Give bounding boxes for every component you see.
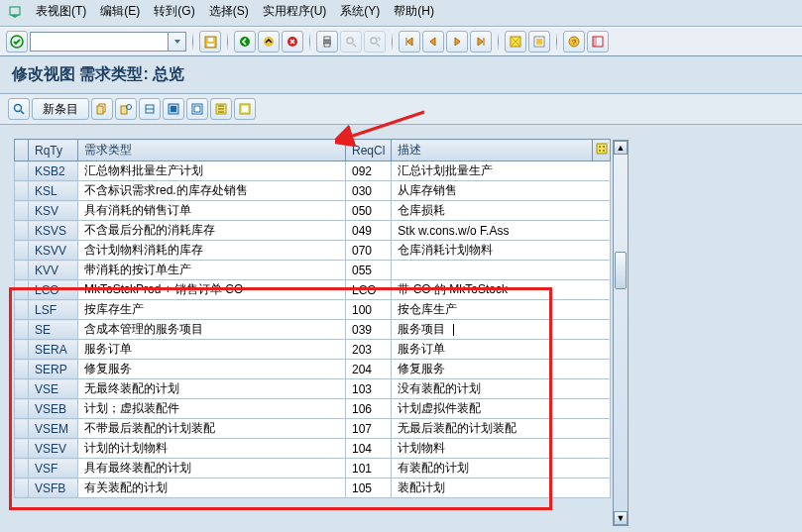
- row-selector[interactable]: [15, 439, 29, 459]
- scroll-thumb[interactable]: [615, 252, 627, 289]
- row-selector[interactable]: [15, 241, 29, 261]
- enter-button[interactable]: [6, 31, 28, 53]
- cell-rqtype[interactable]: 具有消耗的销售订单: [78, 201, 346, 221]
- cell-rqtype[interactable]: 计划；虚拟装配件: [78, 399, 346, 419]
- copy-button[interactable]: [91, 98, 113, 120]
- cell-desc[interactable]: 服务订单: [392, 340, 611, 360]
- new-entries-button[interactable]: 新条目: [32, 98, 89, 120]
- select-all-header[interactable]: [15, 140, 29, 161]
- row-selector[interactable]: [15, 280, 29, 300]
- command-field[interactable]: [30, 32, 169, 52]
- delete-button[interactable]: [139, 98, 161, 120]
- table-row[interactable]: KSB2汇总物料批量生产计划092汇总计划批量生产: [15, 161, 611, 181]
- up-button[interactable]: [258, 31, 280, 53]
- cell-rqty[interactable]: VSEM: [29, 419, 78, 439]
- prev-page-button[interactable]: [422, 31, 444, 53]
- find-next-button[interactable]: [364, 31, 386, 53]
- select-all-button[interactable]: [163, 98, 184, 120]
- help-button[interactable]: ?: [563, 31, 585, 53]
- cell-reqcl[interactable]: 107: [346, 419, 392, 439]
- menu-goto[interactable]: 转到(G): [154, 3, 194, 20]
- back-button[interactable]: [234, 31, 256, 53]
- cell-rqty[interactable]: KSL: [29, 181, 78, 201]
- cell-reqcl[interactable]: 104: [346, 439, 392, 459]
- cell-reqcl[interactable]: LCO: [346, 280, 392, 300]
- cell-desc[interactable]: 仓库损耗: [392, 201, 611, 221]
- bc-button[interactable]: [210, 98, 232, 120]
- menu-utilities[interactable]: 实用程序(U): [263, 3, 327, 20]
- table-row[interactable]: VSEV计划的计划物料104计划物料: [15, 439, 611, 459]
- table-row[interactable]: KSVS不含最后分配的消耗库存049Stk w.cons.w/o F.Ass: [15, 221, 611, 241]
- cell-desc[interactable]: 带 CO 的 MkToStock: [392, 280, 611, 300]
- cell-reqcl[interactable]: 100: [346, 300, 392, 320]
- cell-desc[interactable]: Stk w.cons.w/o F.Ass: [392, 221, 611, 241]
- table-settings-button[interactable]: [593, 140, 611, 161]
- cell-desc[interactable]: 按仓库生产: [392, 300, 611, 320]
- cell-rqty[interactable]: KSV: [29, 201, 78, 221]
- column-desc[interactable]: 描述: [392, 140, 593, 161]
- cell-desc[interactable]: 有装配的计划: [392, 459, 611, 479]
- cancel-button[interactable]: [282, 31, 303, 53]
- next-page-button[interactable]: [446, 31, 468, 53]
- cell-rqtype[interactable]: 具有最终装配的计划: [78, 459, 346, 479]
- cell-desc[interactable]: 从库存销售: [392, 181, 611, 201]
- cell-rqtype[interactable]: 按库存生产: [78, 300, 346, 320]
- cell-rqtype[interactable]: 服务订单: [78, 340, 346, 360]
- table-row[interactable]: SERP修复服务204修复服务: [15, 360, 611, 379]
- cell-rqty[interactable]: VSEB: [29, 399, 78, 419]
- cell-rqty[interactable]: SE: [29, 320, 78, 340]
- table-row[interactable]: LCOMkToStckProd + 销售订单 COLCO带 CO 的 MkToS…: [15, 280, 611, 300]
- cell-rqty[interactable]: KVV: [29, 261, 78, 280]
- column-rqty[interactable]: RqTy: [29, 140, 78, 161]
- cell-desc[interactable]: 汇总计划批量生产: [392, 161, 611, 181]
- row-selector[interactable]: [15, 399, 29, 419]
- find-button[interactable]: [340, 31, 362, 53]
- menu-help[interactable]: 帮助(H): [394, 3, 434, 20]
- table-row[interactable]: KSL不含标识需求red.的库存处销售030从库存销售: [15, 181, 611, 201]
- row-selector[interactable]: [15, 479, 29, 498]
- cell-rqtype[interactable]: 有关装配的计划: [78, 479, 346, 498]
- create-session-button[interactable]: [505, 31, 526, 53]
- row-selector[interactable]: [15, 320, 29, 340]
- row-selector[interactable]: [15, 221, 29, 241]
- scroll-up-button[interactable]: ▲: [614, 141, 628, 155]
- deselect-all-button[interactable]: [186, 98, 208, 120]
- cell-rqty[interactable]: VSE: [29, 379, 78, 399]
- cell-rqtype[interactable]: 不含标识需求red.的库存处销售: [78, 181, 346, 201]
- cell-rqty[interactable]: KSVV: [29, 241, 78, 261]
- cell-desc[interactable]: 无最后装配的计划装配: [392, 419, 611, 439]
- cell-desc[interactable]: 服务项目: [392, 320, 611, 340]
- cell-reqcl[interactable]: 055: [346, 261, 392, 280]
- print-app-button[interactable]: [234, 98, 256, 120]
- cell-rqtype[interactable]: 修复服务: [78, 360, 346, 379]
- cell-desc[interactable]: [392, 261, 611, 280]
- row-selector[interactable]: [15, 379, 29, 399]
- cell-reqcl[interactable]: 103: [346, 379, 392, 399]
- cell-rqtype[interactable]: 含成本管理的服务项目: [78, 320, 346, 340]
- cell-reqcl[interactable]: 030: [346, 181, 392, 201]
- cell-reqcl[interactable]: 092: [346, 161, 392, 181]
- cell-rqtype[interactable]: MkToStckProd + 销售订单 CO: [78, 280, 346, 300]
- table-row[interactable]: LSF按库存生产100按仓库生产: [15, 300, 611, 320]
- cell-rqty[interactable]: SERP: [29, 360, 78, 379]
- menu-system[interactable]: 系统(Y): [340, 3, 380, 20]
- row-selector[interactable]: [15, 300, 29, 320]
- cell-rqty[interactable]: VSF: [29, 459, 78, 479]
- cell-rqtype[interactable]: 不带最后装配的计划装配: [78, 419, 346, 439]
- cell-rqtype[interactable]: 汇总物料批量生产计划: [78, 161, 346, 181]
- cell-rqtype[interactable]: 无最终装配的计划: [78, 379, 346, 399]
- cell-reqcl[interactable]: 070: [346, 241, 392, 261]
- table-row[interactable]: SE含成本管理的服务项目039服务项目: [15, 320, 611, 340]
- table-row[interactable]: KSV具有消耗的销售订单050仓库损耗: [15, 201, 611, 221]
- menu-edit[interactable]: 编辑(E): [100, 3, 140, 20]
- menu-select[interactable]: 选择(S): [209, 3, 249, 20]
- table-row[interactable]: VSFB有关装配的计划105装配计划: [15, 479, 611, 498]
- table-row[interactable]: KVV带消耗的按订单生产055: [15, 261, 611, 280]
- table-row[interactable]: VSEM不带最后装配的计划装配107无最后装配的计划装配: [15, 419, 611, 439]
- column-rqtype[interactable]: 需求类型: [78, 140, 346, 161]
- cell-reqcl[interactable]: 105: [346, 479, 392, 498]
- cell-rqty[interactable]: KSVS: [29, 221, 78, 241]
- row-selector[interactable]: [15, 360, 29, 379]
- cell-rqty[interactable]: LSF: [29, 300, 78, 320]
- cell-desc[interactable]: 计划虚拟件装配: [392, 399, 611, 419]
